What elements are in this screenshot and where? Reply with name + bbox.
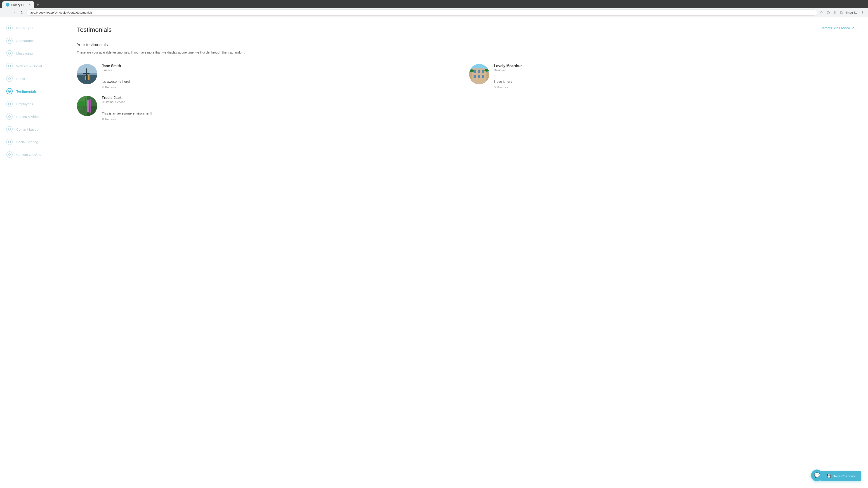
- tab-favicon: [6, 3, 9, 6]
- testimonials-grid: Jane Smith Finance " It's awesome here! …: [77, 64, 855, 121]
- svg-rect-30: [473, 75, 476, 78]
- svg-rect-41: [90, 99, 91, 113]
- svg-rect-15: [77, 64, 97, 73]
- sidebar-item-photos-videos[interactable]: Photos & Videos: [0, 110, 63, 123]
- chat-button[interactable]: 💬: [811, 469, 823, 481]
- bookmark-button[interactable]: ☆: [819, 9, 824, 15]
- active-tab[interactable]: Breezy HR ✕: [2, 1, 34, 8]
- save-icon: 💾: [827, 474, 831, 478]
- testimonial-avatar-2: [469, 64, 489, 84]
- address-bar[interactable]: app.breezy.hr/app/c/moodjoy/portal/testi…: [26, 9, 817, 15]
- svg-rect-27: [473, 70, 476, 73]
- refresh-button[interactable]: ↻: [19, 9, 25, 15]
- forward-button[interactable]: →: [11, 10, 17, 15]
- menu-button[interactable]: ⋮: [860, 9, 865, 15]
- testimonial-role-2: Designer: [494, 68, 855, 72]
- sidebar-item-perks[interactable]: Perks: [0, 72, 63, 85]
- svg-point-5: [8, 77, 11, 80]
- sidebar-label-custom-css: Custom CSS/JS: [16, 153, 41, 157]
- sidebar-item-website-social[interactable]: Website & Social: [0, 60, 63, 72]
- testimonials-icon: [6, 88, 13, 94]
- external-link-icon: ↗: [852, 26, 855, 30]
- testimonial-card-1: Jane Smith Finance " It's awesome here! …: [77, 64, 462, 89]
- svg-point-1: [8, 39, 11, 42]
- save-btn-container: 💾 Save Changes: [820, 471, 861, 481]
- sidebar-item-custom-css[interactable]: Custom CSS/JS: [0, 148, 63, 161]
- incognito-label: Incognito: [845, 10, 858, 15]
- sidebar-item-appearance[interactable]: Appearance: [0, 34, 63, 47]
- sidebar-item-content-layout[interactable]: Content Layout: [0, 123, 63, 135]
- chat-icon: 💬: [814, 473, 820, 478]
- sidebar-label-messaging: Messaging: [16, 52, 33, 55]
- new-tab-button[interactable]: +: [35, 2, 41, 8]
- svg-rect-28: [477, 70, 480, 73]
- careers-preview-link[interactable]: Careers Site Preview ↗: [821, 26, 855, 30]
- browser-actions: ☆ ⬡ ⬇ ⧉ Incognito ⋮: [819, 9, 865, 15]
- svg-point-7: [9, 91, 10, 92]
- svg-rect-29: [482, 70, 484, 73]
- sidebar-item-social-sharing[interactable]: Social Sharing: [0, 135, 63, 148]
- sidebar-label-website-social: Website & Social: [16, 64, 42, 68]
- svg-point-12: [8, 153, 11, 156]
- svg-point-8: [8, 103, 11, 105]
- testimonial-text-2: I love it here: [494, 79, 855, 84]
- testimonial-quote-icon-1: ": [102, 74, 462, 78]
- sidebar-item-testimonials[interactable]: Testimonials: [0, 85, 63, 98]
- app-layout: Portal Type Appearance Messaging: [0, 17, 868, 488]
- svg-point-43: [77, 106, 84, 110]
- download-button[interactable]: ⬇: [833, 9, 837, 15]
- section-title: Your testimonials: [77, 42, 855, 47]
- back-button[interactable]: ←: [3, 10, 9, 15]
- tab-label: Breezy HR: [11, 3, 26, 6]
- svg-rect-18: [83, 71, 90, 71]
- testimonial-name-3: Fredie Jack: [102, 96, 462, 100]
- sidebar-item-employees[interactable]: Employees: [0, 98, 63, 110]
- sidebar-label-social-sharing: Social Sharing: [16, 140, 38, 144]
- save-changes-button[interactable]: 💾 Save Changes: [820, 471, 861, 481]
- url-text: app.breezy.hr/app/c/moodjoy/portal/testi…: [30, 11, 813, 14]
- sidebar-label-portal-type: Portal Type: [16, 26, 33, 30]
- remove-x-3: ✕: [102, 118, 104, 121]
- testimonial-remove-2[interactable]: ✕ Remove: [494, 86, 855, 89]
- appearance-icon: [6, 37, 13, 44]
- svg-point-33: [469, 69, 474, 72]
- employees-icon: [6, 101, 13, 107]
- testimonial-text-3: This is an awesome environment!: [102, 111, 462, 115]
- svg-point-42: [77, 101, 86, 106]
- testimonial-info-2: Lovely Mcarthur Designer " I love it her…: [494, 64, 855, 89]
- testimonial-avatar-3: [77, 96, 97, 116]
- testimonial-remove-3[interactable]: ✕ Remove: [102, 118, 462, 121]
- svg-rect-16: [77, 75, 97, 84]
- photos-videos-icon: [6, 113, 13, 120]
- svg-point-3: [8, 52, 11, 55]
- svg-rect-39: [85, 98, 86, 114]
- testimonial-name-1: Jane Smith: [102, 64, 462, 68]
- svg-rect-21: [88, 75, 90, 80]
- testimonial-remove-1[interactable]: ✕ Remove: [102, 86, 462, 89]
- svg-rect-32: [482, 75, 484, 78]
- testimonial-avatar-1: [77, 64, 97, 84]
- sidebar-item-portal-type[interactable]: Portal Type: [0, 22, 63, 34]
- remove-label-3: Remove: [105, 118, 116, 121]
- testimonial-text-1: It's awesome here!: [102, 79, 462, 84]
- perks-icon: [6, 75, 13, 82]
- remove-label-1: Remove: [105, 86, 116, 89]
- sidebar-label-perks: Perks: [16, 77, 25, 80]
- split-button[interactable]: ⧉: [839, 10, 843, 15]
- sidebar-label-employees: Employees: [16, 102, 33, 106]
- svg-point-4: [8, 65, 11, 67]
- remove-x-2: ✕: [494, 86, 496, 89]
- testimonial-info-1: Jane Smith Finance " It's awesome here! …: [102, 64, 462, 89]
- svg-point-0: [8, 27, 11, 29]
- browser-controls: ← → ↻ app.breezy.hr/app/c/moodjoy/portal…: [0, 8, 868, 17]
- sidebar-item-messaging[interactable]: Messaging: [0, 47, 63, 60]
- website-social-icon: [6, 63, 13, 69]
- messaging-icon: [6, 50, 13, 57]
- testimonial-name-2: Lovely Mcarthur: [494, 64, 855, 68]
- testimonial-role-3: Customer Service: [102, 100, 462, 104]
- svg-point-9: [8, 116, 11, 118]
- tab-close-icon[interactable]: ✕: [29, 3, 31, 6]
- testimonial-card-3: Fredie Jack Customer Service " This is a…: [77, 96, 462, 121]
- extensions-button[interactable]: ⬡: [826, 9, 831, 15]
- testimonial-quote-icon-3: ": [102, 106, 462, 110]
